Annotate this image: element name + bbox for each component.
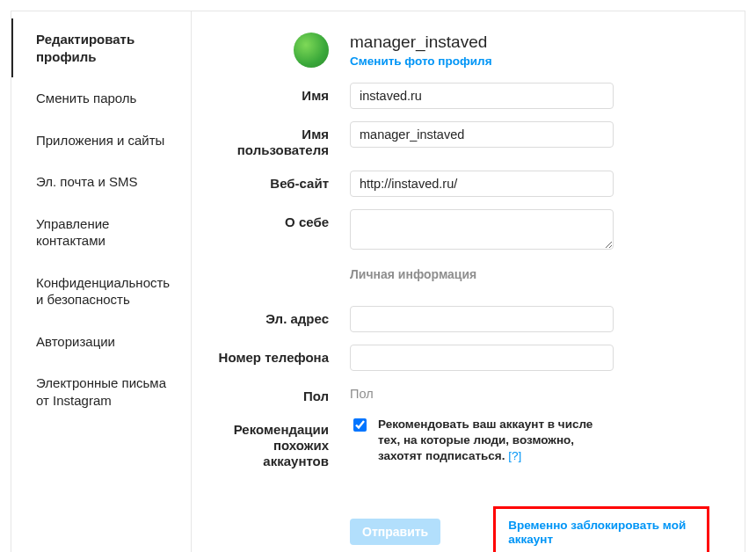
sidebar-item-manage-contacts[interactable]: Управление контактами	[11, 203, 191, 262]
submit-button[interactable]: Отправить	[350, 519, 440, 545]
label-gender: Пол	[218, 383, 350, 404]
input-name[interactable]	[350, 83, 614, 109]
gender-value[interactable]: Пол	[350, 383, 709, 401]
input-username[interactable]	[350, 121, 614, 148]
label-name: Имя	[218, 83, 350, 104]
change-photo-link[interactable]: Сменить фото профиля	[350, 54, 709, 68]
sidebar: Редактировать профиль Сменить пароль При…	[11, 11, 192, 552]
avatar[interactable]	[294, 33, 329, 68]
row-phone: Номер телефона	[218, 345, 709, 371]
label-username: Имя пользователя	[218, 121, 350, 158]
label-website: Веб-сайт	[218, 171, 350, 192]
help-link[interactable]: [?]	[508, 449, 521, 462]
input-phone[interactable]	[350, 345, 614, 371]
row-website: Веб-сайт	[218, 171, 709, 197]
sidebar-item-privacy-security[interactable]: Конфиденциальность и безопасность	[11, 262, 191, 321]
sidebar-item-change-password[interactable]: Сменить пароль	[11, 77, 191, 120]
profile-header-row: manager_instaved Сменить фото профиля	[218, 33, 709, 70]
highlight-box: Временно заблокировать мой аккаунт	[493, 506, 709, 552]
label-similar: Рекомендации похожих аккаунтов	[218, 417, 350, 469]
label-phone: Номер телефона	[218, 345, 350, 366]
private-info-title: Личная информация	[350, 267, 709, 281]
row-email: Эл. адрес	[218, 306, 709, 332]
checkbox-similar-text: Рекомендовать ваш аккаунт в числе тех, н…	[378, 417, 607, 465]
row-name: Имя	[218, 83, 709, 109]
sidebar-item-login-activity[interactable]: Авторизации	[11, 321, 191, 363]
sidebar-item-email-sms[interactable]: Эл. почта и SMS	[11, 161, 191, 203]
sidebar-item-edit-profile[interactable]: Редактировать профиль	[11, 18, 191, 77]
checkbox-similar[interactable]	[353, 418, 367, 432]
avatar-col	[218, 33, 350, 70]
label-email: Эл. адрес	[218, 306, 350, 327]
row-bio: О себе	[218, 209, 709, 250]
label-bio: О себе	[218, 209, 350, 230]
row-similar-accounts: Рекомендации похожих аккаунтов Рекомендо…	[218, 417, 709, 469]
row-gender: Пол Пол	[218, 383, 709, 404]
profile-header-text: manager_instaved Сменить фото профиля	[350, 33, 709, 68]
temporarily-disable-link[interactable]: Временно заблокировать мой аккаунт	[508, 519, 686, 546]
main-panel: manager_instaved Сменить фото профиля Им…	[192, 11, 745, 552]
row-username: Имя пользователя	[218, 121, 709, 158]
textarea-bio[interactable]	[350, 209, 614, 250]
sidebar-item-emails-from-instagram[interactable]: Электронные письма от Instagram	[11, 362, 191, 421]
input-email[interactable]	[350, 306, 614, 332]
profile-username: manager_instaved	[350, 33, 709, 53]
settings-container: Редактировать профиль Сменить пароль При…	[11, 11, 745, 552]
input-website[interactable]	[350, 171, 614, 197]
sidebar-item-apps-sites[interactable]: Приложения и сайты	[11, 120, 191, 162]
row-private-info-title: Личная информация	[218, 262, 709, 294]
row-actions: Отправить Временно заблокировать мой акк…	[218, 482, 709, 552]
